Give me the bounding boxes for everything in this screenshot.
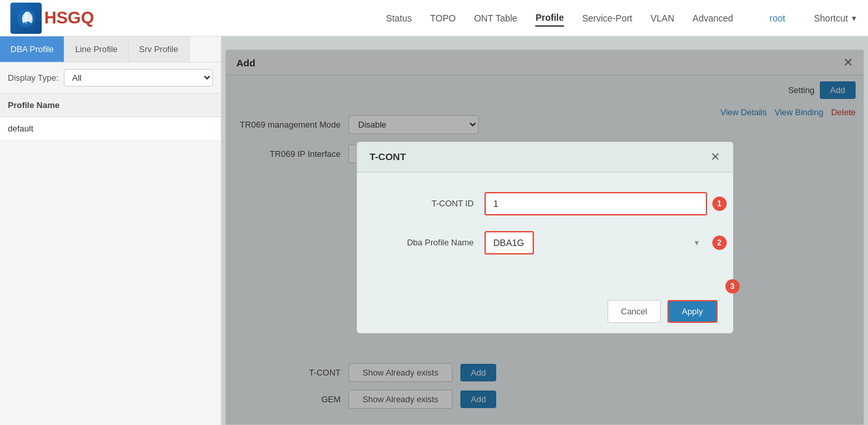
nav-status[interactable]: Status: [386, 10, 412, 26]
tab-line-profile[interactable]: Line Profile: [64, 36, 128, 62]
nav-links: Status TOPO ONT Table Profile Service-Po…: [386, 10, 858, 27]
list-item[interactable]: default: [0, 117, 221, 141]
step-badge-1: 1: [712, 197, 727, 211]
nav-profile[interactable]: Profile: [535, 10, 564, 27]
modal-body: T-CONT ID 1 Dba Profile Name DBA1G: [357, 172, 733, 290]
logo-icon: [10, 3, 42, 34]
cancel-button[interactable]: Cancel: [608, 300, 661, 323]
tcont-id-row: T-CONT ID 1: [383, 192, 707, 215]
tcont-modal: T-CONT ✕ T-CONT ID 1 Dba Profile Name: [356, 141, 734, 334]
tab-dba-profile[interactable]: DBA Profile: [0, 36, 64, 62]
navbar: HSGQ Status TOPO ONT Table Profile Servi…: [0, 0, 868, 36]
modal-header: T-CONT ✕: [357, 142, 733, 172]
logo-text: HSGQ: [44, 8, 94, 28]
nav-ont-table[interactable]: ONT Table: [474, 10, 517, 26]
step-badge-3: 3: [725, 279, 740, 294]
outer-dialog: Add ✕ Setting Add View Details View Bind…: [225, 49, 864, 425]
modal-title: T-CONT: [370, 151, 406, 162]
filter-row: Display Type: All: [0, 62, 221, 94]
dba-profile-select[interactable]: DBA1G: [484, 231, 534, 254]
shortcut-chevron: ▼: [850, 14, 858, 22]
logo: HSGQ: [10, 3, 94, 34]
shortcut-label: Shortcut: [814, 13, 848, 23]
nav-vlan[interactable]: VLAN: [651, 10, 675, 26]
nav-topo[interactable]: TOPO: [430, 10, 456, 26]
step-badge-2: 2: [712, 236, 727, 250]
dba-profile-row: Dba Profile Name DBA1G 2: [383, 231, 707, 254]
modal-overlay[interactable]: T-CONT ✕ T-CONT ID 1 Dba Profile Name: [226, 50, 863, 424]
profile-table-header: Profile Name: [0, 94, 221, 117]
apply-button[interactable]: Apply: [667, 300, 718, 323]
nav-service-port[interactable]: Service-Port: [582, 10, 632, 26]
modal-close-button[interactable]: ✕: [710, 150, 720, 164]
modal-footer: 3 Cancel Apply: [357, 290, 733, 333]
content-area: Add ✕ Setting Add View Details View Bind…: [221, 36, 868, 425]
dba-profile-label: Dba Profile Name: [383, 238, 474, 247]
display-type-select[interactable]: All: [64, 69, 213, 87]
sidebar: DBA Profile Line Profile Srv Profile Dis…: [0, 36, 221, 425]
nav-user[interactable]: root: [770, 13, 785, 23]
main-area: DBA Profile Line Profile Srv Profile Dis…: [0, 36, 868, 425]
tcont-id-label: T-CONT ID: [383, 199, 474, 208]
nav-shortcut[interactable]: Shortcut ▼: [814, 13, 858, 23]
dba-profile-select-wrapper: DBA1G: [484, 231, 707, 254]
tcont-id-input[interactable]: [484, 192, 707, 215]
tab-srv-profile[interactable]: Srv Profile: [129, 36, 189, 62]
filter-label: Display Type:: [8, 73, 59, 83]
nav-advanced[interactable]: Advanced: [693, 10, 733, 26]
profile-tabs: DBA Profile Line Profile Srv Profile: [0, 36, 221, 62]
